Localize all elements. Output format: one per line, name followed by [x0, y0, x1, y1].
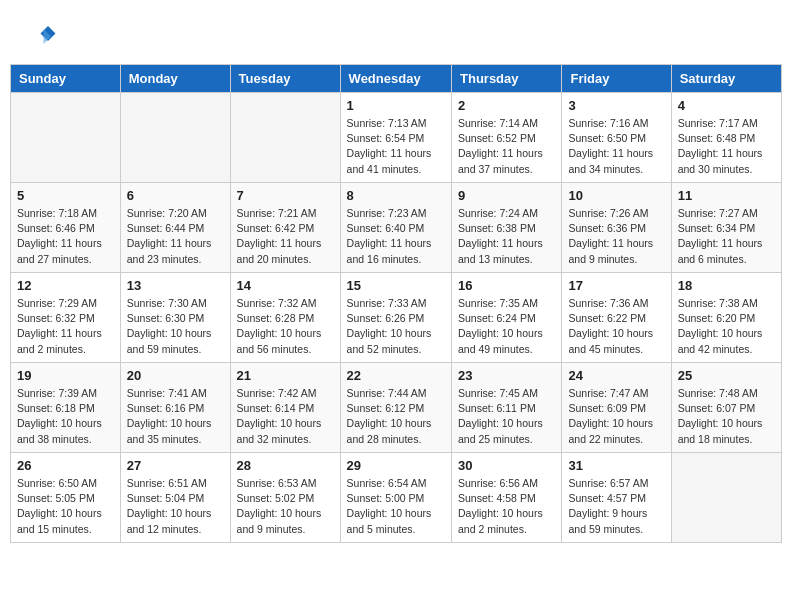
day-number: 25	[678, 368, 775, 383]
day-info: Sunrise: 7:17 AM Sunset: 6:48 PM Dayligh…	[678, 116, 775, 177]
day-number: 31	[568, 458, 664, 473]
logo-icon	[27, 20, 57, 50]
day-info: Sunrise: 7:48 AM Sunset: 6:07 PM Dayligh…	[678, 386, 775, 447]
weekday-header: Friday	[562, 65, 671, 93]
day-info: Sunrise: 7:41 AM Sunset: 6:16 PM Dayligh…	[127, 386, 224, 447]
day-number: 29	[347, 458, 445, 473]
day-info: Sunrise: 7:14 AM Sunset: 6:52 PM Dayligh…	[458, 116, 555, 177]
day-info: Sunrise: 6:53 AM Sunset: 5:02 PM Dayligh…	[237, 476, 334, 537]
page-header	[10, 10, 782, 59]
calendar-week-row: 1Sunrise: 7:13 AM Sunset: 6:54 PM Daylig…	[11, 93, 782, 183]
calendar-body: 1Sunrise: 7:13 AM Sunset: 6:54 PM Daylig…	[11, 93, 782, 543]
day-info: Sunrise: 7:30 AM Sunset: 6:30 PM Dayligh…	[127, 296, 224, 357]
day-info: Sunrise: 7:38 AM Sunset: 6:20 PM Dayligh…	[678, 296, 775, 357]
day-number: 12	[17, 278, 114, 293]
calendar-cell: 1Sunrise: 7:13 AM Sunset: 6:54 PM Daylig…	[340, 93, 451, 183]
calendar-cell: 19Sunrise: 7:39 AM Sunset: 6:18 PM Dayli…	[11, 363, 121, 453]
day-number: 8	[347, 188, 445, 203]
day-info: Sunrise: 7:29 AM Sunset: 6:32 PM Dayligh…	[17, 296, 114, 357]
calendar-cell: 24Sunrise: 7:47 AM Sunset: 6:09 PM Dayli…	[562, 363, 671, 453]
day-number: 1	[347, 98, 445, 113]
day-info: Sunrise: 6:50 AM Sunset: 5:05 PM Dayligh…	[17, 476, 114, 537]
day-number: 9	[458, 188, 555, 203]
calendar-week-row: 12Sunrise: 7:29 AM Sunset: 6:32 PM Dayli…	[11, 273, 782, 363]
calendar-cell: 27Sunrise: 6:51 AM Sunset: 5:04 PM Dayli…	[120, 453, 230, 543]
day-info: Sunrise: 7:32 AM Sunset: 6:28 PM Dayligh…	[237, 296, 334, 357]
calendar-header-row: SundayMondayTuesdayWednesdayThursdayFrid…	[11, 65, 782, 93]
day-number: 5	[17, 188, 114, 203]
day-number: 3	[568, 98, 664, 113]
calendar-cell: 26Sunrise: 6:50 AM Sunset: 5:05 PM Dayli…	[11, 453, 121, 543]
calendar-cell	[120, 93, 230, 183]
day-info: Sunrise: 7:36 AM Sunset: 6:22 PM Dayligh…	[568, 296, 664, 357]
calendar-cell: 16Sunrise: 7:35 AM Sunset: 6:24 PM Dayli…	[452, 273, 562, 363]
weekday-header: Wednesday	[340, 65, 451, 93]
calendar-cell: 23Sunrise: 7:45 AM Sunset: 6:11 PM Dayli…	[452, 363, 562, 453]
calendar-cell: 17Sunrise: 7:36 AM Sunset: 6:22 PM Dayli…	[562, 273, 671, 363]
calendar-cell: 6Sunrise: 7:20 AM Sunset: 6:44 PM Daylig…	[120, 183, 230, 273]
day-number: 15	[347, 278, 445, 293]
day-info: Sunrise: 6:56 AM Sunset: 4:58 PM Dayligh…	[458, 476, 555, 537]
calendar-cell: 5Sunrise: 7:18 AM Sunset: 6:46 PM Daylig…	[11, 183, 121, 273]
day-info: Sunrise: 7:35 AM Sunset: 6:24 PM Dayligh…	[458, 296, 555, 357]
calendar-table: SundayMondayTuesdayWednesdayThursdayFrid…	[10, 64, 782, 543]
day-number: 6	[127, 188, 224, 203]
calendar-cell: 12Sunrise: 7:29 AM Sunset: 6:32 PM Dayli…	[11, 273, 121, 363]
day-number: 16	[458, 278, 555, 293]
day-info: Sunrise: 7:33 AM Sunset: 6:26 PM Dayligh…	[347, 296, 445, 357]
weekday-header: Saturday	[671, 65, 781, 93]
calendar-cell: 7Sunrise: 7:21 AM Sunset: 6:42 PM Daylig…	[230, 183, 340, 273]
calendar-cell: 21Sunrise: 7:42 AM Sunset: 6:14 PM Dayli…	[230, 363, 340, 453]
calendar-cell: 3Sunrise: 7:16 AM Sunset: 6:50 PM Daylig…	[562, 93, 671, 183]
calendar-cell: 13Sunrise: 7:30 AM Sunset: 6:30 PM Dayli…	[120, 273, 230, 363]
day-info: Sunrise: 7:39 AM Sunset: 6:18 PM Dayligh…	[17, 386, 114, 447]
day-number: 20	[127, 368, 224, 383]
day-number: 17	[568, 278, 664, 293]
calendar-cell: 22Sunrise: 7:44 AM Sunset: 6:12 PM Dayli…	[340, 363, 451, 453]
calendar-cell: 8Sunrise: 7:23 AM Sunset: 6:40 PM Daylig…	[340, 183, 451, 273]
calendar-cell	[230, 93, 340, 183]
day-info: Sunrise: 6:57 AM Sunset: 4:57 PM Dayligh…	[568, 476, 664, 537]
day-number: 4	[678, 98, 775, 113]
day-number: 24	[568, 368, 664, 383]
day-info: Sunrise: 7:45 AM Sunset: 6:11 PM Dayligh…	[458, 386, 555, 447]
day-number: 7	[237, 188, 334, 203]
day-info: Sunrise: 7:13 AM Sunset: 6:54 PM Dayligh…	[347, 116, 445, 177]
day-number: 2	[458, 98, 555, 113]
weekday-header: Sunday	[11, 65, 121, 93]
day-info: Sunrise: 7:47 AM Sunset: 6:09 PM Dayligh…	[568, 386, 664, 447]
calendar-cell: 31Sunrise: 6:57 AM Sunset: 4:57 PM Dayli…	[562, 453, 671, 543]
day-number: 18	[678, 278, 775, 293]
day-info: Sunrise: 7:26 AM Sunset: 6:36 PM Dayligh…	[568, 206, 664, 267]
calendar-cell: 29Sunrise: 6:54 AM Sunset: 5:00 PM Dayli…	[340, 453, 451, 543]
calendar-week-row: 26Sunrise: 6:50 AM Sunset: 5:05 PM Dayli…	[11, 453, 782, 543]
day-info: Sunrise: 7:42 AM Sunset: 6:14 PM Dayligh…	[237, 386, 334, 447]
calendar-week-row: 5Sunrise: 7:18 AM Sunset: 6:46 PM Daylig…	[11, 183, 782, 273]
day-number: 10	[568, 188, 664, 203]
calendar-cell: 15Sunrise: 7:33 AM Sunset: 6:26 PM Dayli…	[340, 273, 451, 363]
day-number: 27	[127, 458, 224, 473]
calendar-cell	[11, 93, 121, 183]
calendar-cell: 30Sunrise: 6:56 AM Sunset: 4:58 PM Dayli…	[452, 453, 562, 543]
day-info: Sunrise: 7:18 AM Sunset: 6:46 PM Dayligh…	[17, 206, 114, 267]
day-info: Sunrise: 6:51 AM Sunset: 5:04 PM Dayligh…	[127, 476, 224, 537]
calendar-cell: 2Sunrise: 7:14 AM Sunset: 6:52 PM Daylig…	[452, 93, 562, 183]
calendar-cell: 28Sunrise: 6:53 AM Sunset: 5:02 PM Dayli…	[230, 453, 340, 543]
day-number: 23	[458, 368, 555, 383]
weekday-header: Thursday	[452, 65, 562, 93]
calendar-week-row: 19Sunrise: 7:39 AM Sunset: 6:18 PM Dayli…	[11, 363, 782, 453]
day-number: 28	[237, 458, 334, 473]
day-number: 22	[347, 368, 445, 383]
day-number: 21	[237, 368, 334, 383]
calendar-cell: 9Sunrise: 7:24 AM Sunset: 6:38 PM Daylig…	[452, 183, 562, 273]
day-info: Sunrise: 7:23 AM Sunset: 6:40 PM Dayligh…	[347, 206, 445, 267]
calendar-cell: 11Sunrise: 7:27 AM Sunset: 6:34 PM Dayli…	[671, 183, 781, 273]
calendar-cell	[671, 453, 781, 543]
day-info: Sunrise: 7:44 AM Sunset: 6:12 PM Dayligh…	[347, 386, 445, 447]
day-number: 14	[237, 278, 334, 293]
day-info: Sunrise: 6:54 AM Sunset: 5:00 PM Dayligh…	[347, 476, 445, 537]
logo	[25, 20, 57, 54]
weekday-header: Tuesday	[230, 65, 340, 93]
calendar-cell: 14Sunrise: 7:32 AM Sunset: 6:28 PM Dayli…	[230, 273, 340, 363]
day-info: Sunrise: 7:27 AM Sunset: 6:34 PM Dayligh…	[678, 206, 775, 267]
